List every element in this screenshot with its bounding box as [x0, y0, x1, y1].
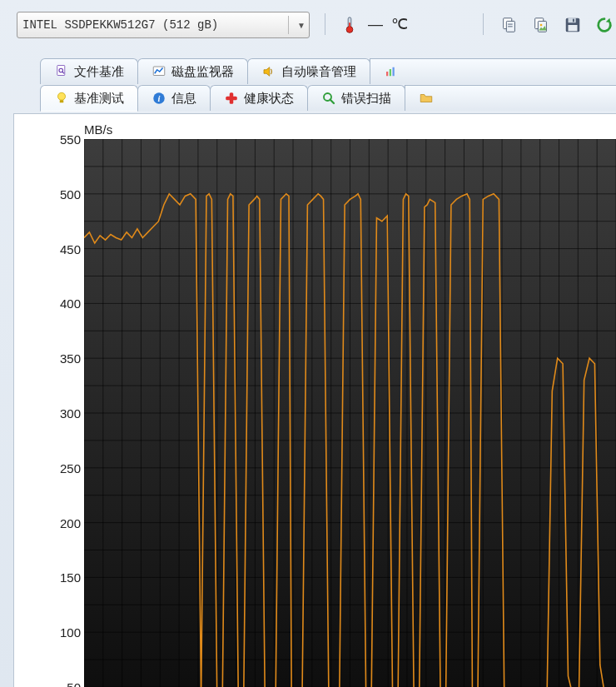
drive-dropdown-label: INTEL SSDPEKKW512G7 (512 gB): [17, 18, 218, 32]
info-icon: i: [152, 91, 166, 106]
top-toolbar: INTEL SSDPEKKW512G7 (512 gB) ▼ — ℃: [8, 12, 616, 45]
tab-aam[interactable]: 自动噪音管理: [247, 58, 370, 84]
y-tick-label: 150: [47, 570, 81, 585]
y-tick-label: 300: [47, 406, 81, 421]
drive-dropdown[interactable]: INTEL SSDPEKKW512G7 (512 gB) ▼: [17, 12, 310, 38]
svg-rect-22: [60, 100, 64, 102]
svg-rect-20: [393, 67, 395, 77]
tab-label: 自动噪音管理: [281, 64, 356, 80]
tab-disk-monitor[interactable]: 磁盘监视器: [137, 58, 248, 84]
svg-line-28: [330, 100, 335, 104]
tab-upper-extra[interactable]: [370, 58, 616, 84]
svg-rect-14: [57, 66, 65, 76]
tab-label: 信息: [171, 91, 196, 107]
svg-rect-13: [573, 19, 574, 22]
tab-file-benchmark[interactable]: 文件基准: [40, 58, 138, 84]
bulb-icon: [54, 91, 69, 106]
folder-icon: [419, 91, 434, 106]
lower-tab-row: 基准测试 i 信息 健康状态 错误扫描: [40, 85, 616, 112]
y-tick-label: 400: [47, 296, 81, 311]
y-tick-label: 450: [47, 241, 81, 256]
svg-point-21: [58, 92, 66, 100]
save-button[interactable]: [558, 12, 588, 38]
speaker-icon: [261, 64, 276, 79]
tab-label: 磁盘监视器: [171, 64, 234, 80]
svg-rect-2: [349, 22, 350, 27]
chart-plot[interactable]: [84, 139, 616, 687]
svg-text:i: i: [158, 94, 161, 103]
tab-label: 健康状态: [244, 91, 294, 107]
tab-benchmark[interactable]: 基准测试: [40, 85, 138, 112]
tab-health[interactable]: 健康状态: [210, 85, 308, 111]
tab-label: 错误扫描: [341, 91, 391, 107]
y-axis-unit: MB/s: [84, 122, 112, 137]
y-tick-label: 550: [47, 132, 81, 147]
tab-error-scan[interactable]: 错误扫描: [307, 85, 405, 111]
upper-tab-row: 文件基准 磁盘监视器 自动噪音管理: [40, 58, 616, 85]
thermometer-icon: [340, 16, 359, 34]
chevron-down-icon: ▼: [294, 21, 309, 30]
svg-rect-19: [390, 69, 391, 76]
floppy-disk-icon: [564, 16, 582, 34]
tab-info[interactable]: i 信息: [137, 85, 211, 111]
file-benchmark-icon: [54, 64, 69, 79]
y-tick-label: 250: [47, 460, 81, 475]
svg-rect-18: [386, 72, 388, 76]
copy-text-icon: [500, 16, 519, 34]
tab-label: 文件基准: [74, 64, 124, 80]
copy-image-icon: [532, 16, 550, 34]
svg-rect-11: [569, 18, 576, 23]
screenshot-button[interactable]: [526, 12, 556, 38]
bars-icon: [384, 64, 399, 79]
health-plus-icon: [224, 91, 239, 106]
chart-panel: MB/s 50100150200250300350400450500550: [13, 113, 616, 687]
app-window: INTEL SSDPEKKW512G7 (512 gB) ▼ — ℃: [0, 0, 616, 687]
y-tick-label: 200: [47, 515, 81, 530]
temperature-readout: — ℃: [368, 15, 408, 33]
chart-area: MB/s 50100150200250300350400450500550: [24, 139, 616, 687]
tab-lower-extra[interactable]: [405, 85, 616, 111]
chart-icon: [152, 64, 166, 79]
temperature-unit: ℃: [391, 15, 408, 33]
tab-label: 基准测试: [74, 91, 124, 107]
y-tick-label: 350: [47, 351, 81, 366]
svg-rect-26: [226, 97, 237, 101]
y-tick-label: 500: [47, 187, 81, 201]
copy-text-button[interactable]: [494, 12, 524, 38]
svg-rect-12: [569, 25, 578, 31]
y-tick-label: 50: [47, 680, 81, 688]
y-tick-label: 100: [47, 625, 81, 640]
refresh-icon: [595, 16, 614, 34]
magnifier-icon: [321, 91, 336, 106]
temperature-value: —: [368, 16, 385, 33]
svg-point-9: [540, 24, 543, 27]
refresh-button[interactable]: [589, 12, 616, 38]
temperature-button[interactable]: [335, 12, 365, 38]
